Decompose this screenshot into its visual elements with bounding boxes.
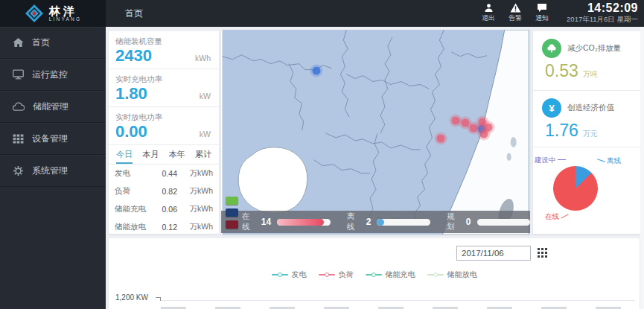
status-count: 2 [366,217,372,227]
status-label: 在线 [242,211,256,232]
logo-diamond-icon [25,4,44,23]
status-label: 离线 [347,211,361,232]
tab-month[interactable]: 本月 [142,145,159,164]
status-planned: 规划 0 [447,211,530,232]
legend-square-blue[interactable] [226,208,238,217]
sidebar-item-devices[interactable]: 设备管理 [0,123,106,155]
top-bar: 林洋 LINYANG 首页 退出 告警 [0,0,644,27]
metric-label: 实时放电功率 [115,112,212,123]
station-marker-online[interactable] [470,124,478,133]
nav-tab-home[interactable]: 首页 [125,0,143,27]
co2-unit: 万吨 [583,69,598,80]
line-symbol-icon [272,274,288,275]
scroll-strip[interactable] [640,27,644,309]
legend-label: 发电 [292,270,307,280]
row-unit: 万kWh [177,168,213,179]
station-marker-online[interactable] [437,135,445,143]
metric-unit: kW [200,92,211,101]
notice-label: 通知 [535,13,549,23]
legend-label: 储能充电 [386,270,415,280]
table-row: 储能充电 0.06 万kWh [109,200,219,218]
power-curve-panel: 发电 负荷 储能充电 储能放电 1,200 KW [109,238,640,309]
metric-unit: kW [200,130,211,138]
station-marker-online[interactable] [452,117,460,125]
storage-icon [13,102,25,112]
station-marker-offline[interactable] [313,67,321,75]
station-marker-online[interactable] [485,124,493,132]
clock: 14:52:09 2017年11月6日 星期一 [567,1,638,24]
row-label: 发电 [115,168,150,179]
notice-icon [537,3,547,13]
monitor-icon [13,69,24,80]
row-value: 0.44 [150,169,177,178]
y-axis-corner [156,297,161,301]
pie-chart[interactable] [553,166,598,211]
legend-storage-charge[interactable]: 储能充电 [366,270,415,280]
logout-button[interactable]: 退出 [482,3,495,23]
table-row: 负荷 0.82 万kWh [109,182,219,200]
energy-dashboard: 林洋 LINYANG 首页 退出 告警 [0,0,644,309]
legend-storage-discharge[interactable]: 储能放电 [427,270,477,280]
metric-unit: kWh [195,54,211,63]
metric-charge-power: 实时充电功率 1.80 kW [109,69,219,107]
sidebar-item-storage[interactable]: 储能管理 [0,91,106,123]
table-row: 发电 0.44 万kWh [109,165,219,182]
logout-label: 退出 [482,13,495,23]
row-unit: 万kWh [177,186,213,197]
row-unit: 万kWh [177,222,213,232]
sidebar-label: 储能管理 [33,101,68,113]
tree-icon [542,39,561,58]
clock-time: 14:52:09 [567,1,638,15]
row-value: 0.06 [150,205,177,214]
legend-generation[interactable]: 发电 [272,270,307,280]
line-symbol-icon [366,274,382,275]
row-label: 负荷 [115,186,150,197]
notice-button[interactable]: 通知 [535,3,549,23]
legend-square-green[interactable] [226,197,238,205]
co2-label: 减少CO₂排放量 [567,43,621,54]
row-label: 储能放电 [115,222,150,232]
y-axis-tick-label: 1,200 KW [115,293,148,302]
co2-value: 0.53 [545,61,578,80]
status-count: 0 [466,217,471,227]
date-input[interactable] [456,246,531,261]
calendar-icon[interactable] [538,248,547,258]
clock-date: 2017年11月6日 星期一 [567,15,638,24]
row-value: 0.82 [150,187,177,196]
sidebar-item-monitoring[interactable]: 运行监控 [0,59,106,91]
station-marker-online[interactable] [462,119,470,127]
sidebar-item-home[interactable]: 首页 [0,27,106,59]
sidebar-label: 系统管理 [32,165,68,177]
tab-year[interactable]: 本年 [169,145,185,164]
station-map-panel[interactable]: 在线 14 离线 2 规划 0 [221,30,530,235]
tab-total[interactable]: 累计 [195,145,211,164]
top-actions: 退出 告警 通知 [482,3,549,23]
economic-unit: 万元 [583,129,598,139]
legend-load[interactable]: 负荷 [319,270,354,280]
status-online: 在线 14 [242,211,331,232]
storage-stats-panel: 储能装机容量 2430 kWh 实时充电功率 1.80 kW 实时放电功率 0.… [109,31,219,234]
metric-discharge-power: 实时放电功率 0.00 kW [109,107,219,145]
metric-value: 0.00 [115,123,147,141]
alarm-label: 告警 [508,13,522,23]
sidebar-item-system[interactable]: 系统管理 [0,155,106,187]
status-progressbar [277,219,331,226]
legend-square-red[interactable] [226,220,238,229]
tab-today[interactable]: 今日 [116,145,133,164]
table-row: 储能放电 0.12 万kWh [109,218,219,236]
status-count: 14 [261,217,271,227]
period-tabs: 今日 本月 本年 累计 [109,145,219,165]
pie-label-online: 在线 [545,212,569,222]
logout-icon [484,3,494,13]
legend-label: 负荷 [339,270,354,280]
economic-label: 创造经济价值 [567,103,614,113]
sidebar: 首页 运行监控 储能管理 设备管理 [0,27,106,309]
row-label: 储能充电 [115,204,150,214]
map-marker-legend [226,197,238,229]
alarm-button[interactable]: 告警 [508,3,522,23]
row-unit: 万kWh [177,204,213,214]
summary-panel: 减少CO₂排放量 0.53 万吨 ¥ 创造经济价值 1.76 万元 建设中 离线… [533,31,640,234]
metric-label: 储能装机容量 [115,36,212,47]
metric-label: 实时充电功率 [115,74,212,85]
pie-label-offline: 离线 [597,156,621,166]
